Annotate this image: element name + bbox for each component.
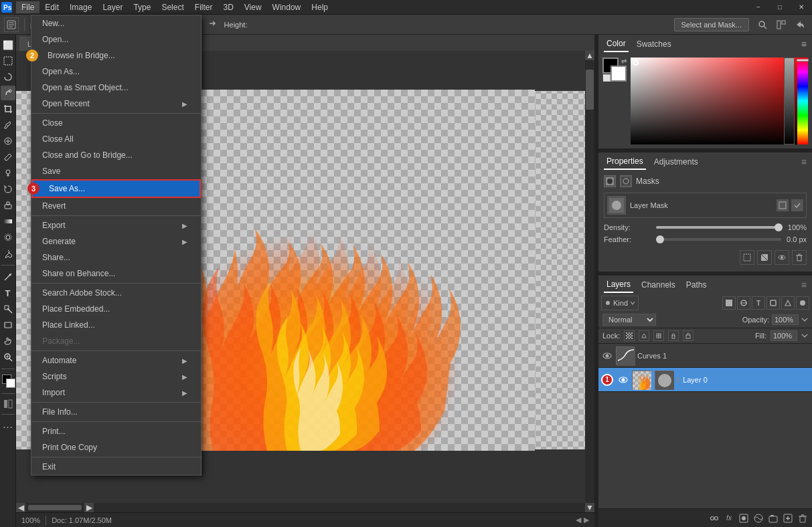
pen-tool[interactable] [1, 270, 15, 284]
quick-mask-mode[interactable] [1, 397, 15, 411]
menu-item-save[interactable]: Save [31, 163, 201, 179]
menu-item-file-info[interactable]: File Info... [31, 404, 201, 420]
nav-prev[interactable]: ◀ [576, 516, 581, 524]
layer-kind-type[interactable]: T [752, 296, 765, 310]
scrollbar-right-btn[interactable]: ▶ [84, 503, 94, 512]
blend-mode-select[interactable]: Normal [602, 314, 656, 326]
menu-item-close[interactable]: Close [31, 115, 201, 131]
add-mask-btn[interactable] [737, 512, 750, 525]
gradient-tool[interactable] [1, 214, 15, 229]
opacity-slider-area[interactable] [784, 58, 795, 144]
minimize-button[interactable]: − [748, 0, 769, 15]
menu-item-import[interactable]: Import ▶ [31, 385, 201, 401]
scrollbar-thumb-h[interactable] [28, 505, 82, 510]
menu-item-search-stock[interactable]: Search Adobe Stock... [31, 285, 201, 301]
zoom-tool[interactable] [1, 350, 15, 364]
paths-tab[interactable]: Paths [683, 278, 710, 292]
menu-item-open-recent[interactable]: Open Recent ▶ [31, 96, 201, 112]
history-brush-tool[interactable] [1, 182, 15, 197]
rectangle-marquee-tool[interactable] [1, 54, 15, 68]
mask-delete-btn[interactable] [792, 250, 807, 265]
menu-item-exit[interactable]: Exit [31, 459, 201, 475]
path-selection-tool[interactable] [1, 302, 15, 316]
menu-edit[interactable]: Edit [39, 1, 64, 13]
scrollbar-thumb-v[interactable] [586, 70, 594, 110]
mask-refine-btn[interactable] [791, 199, 803, 211]
menu-item-close-all[interactable]: Close All [31, 131, 201, 147]
menu-window[interactable]: Window [267, 1, 307, 13]
lock-checkerboard[interactable] [624, 330, 635, 341]
adjustments-tab[interactable]: Adjustments [651, 154, 701, 169]
mask-options-btn[interactable] [777, 199, 789, 211]
adjustment-layer-btn[interactable] [752, 512, 765, 525]
menu-layer[interactable]: Layer [97, 1, 128, 13]
menu-item-share-behance[interactable]: Share on Behance... [31, 266, 201, 282]
scrollbar-up-btn[interactable]: ▲ [585, 51, 594, 60]
menu-view[interactable]: View [239, 1, 267, 13]
maximize-button[interactable]: □ [769, 0, 791, 15]
dodge-tool[interactable] [1, 246, 15, 261]
menu-file[interactable]: File [16, 1, 39, 13]
share-icon[interactable] [792, 17, 808, 33]
brush-tool[interactable] [1, 150, 15, 165]
swap-icon[interactable]: ⇄ [621, 58, 627, 65]
menu-item-print-one-copy[interactable]: Print One Copy [31, 439, 201, 455]
layer-link-btn[interactable] [708, 512, 721, 525]
group-layers-btn[interactable] [766, 512, 780, 525]
search-icon[interactable] [754, 17, 770, 33]
layer-kind-pixel[interactable] [722, 296, 736, 310]
horizontal-scrollbar[interactable]: ◀ ▶ [16, 503, 585, 512]
channels-tab[interactable]: Channels [639, 278, 678, 292]
default-colors-icon[interactable]: ⬜ [602, 74, 611, 82]
hand-tool[interactable] [1, 334, 15, 348]
menu-help[interactable]: Help [306, 1, 333, 13]
layer-kind-shape[interactable] [766, 296, 780, 310]
nav-next[interactable]: ▶ [584, 516, 589, 524]
color-saturation-value[interactable] [631, 58, 808, 144]
properties-tab[interactable]: Properties [604, 154, 646, 170]
menu-item-automate[interactable]: Automate ▶ [31, 352, 201, 368]
menu-item-browse-bridge[interactable]: 2 Browse in Bridge... [31, 47, 201, 64]
layer-kind-adjustment[interactable] [737, 296, 750, 310]
menu-select[interactable]: Select [156, 1, 189, 13]
layer-fx-btn[interactable]: fx [722, 512, 736, 525]
menu-item-close-bridge[interactable]: Close and Go to Bridge... [31, 147, 201, 163]
menu-item-new[interactable]: New... [31, 15, 201, 31]
close-button[interactable]: ✕ [791, 0, 812, 15]
layer-kind-smart[interactable] [781, 296, 795, 310]
mask-invert-btn[interactable] [757, 250, 772, 265]
color-picker[interactable] [1, 373, 15, 388]
fill-arrow[interactable] [801, 332, 808, 339]
lock-paint[interactable] [639, 330, 649, 341]
eyedropper-tool[interactable] [1, 118, 15, 132]
mask-select-btn[interactable] [740, 250, 754, 265]
menu-item-export[interactable]: Export ▶ [31, 217, 201, 233]
menu-filter[interactable]: Filter [189, 1, 218, 13]
lasso-tool[interactable] [1, 70, 15, 84]
opacity-arrow[interactable] [801, 316, 808, 323]
clone-stamp-tool[interactable] [1, 166, 15, 181]
menu-3d[interactable]: 3D [218, 1, 238, 13]
menu-item-place-linked[interactable]: Place Linked... [31, 317, 201, 333]
lock-artboard[interactable] [653, 330, 664, 341]
swatches-tab[interactable]: Swatches [634, 37, 674, 51]
layers-tab[interactable]: Layers [604, 277, 633, 293]
hue-slider[interactable] [797, 58, 808, 144]
layer-kind-selected[interactable] [796, 296, 809, 310]
menu-item-save-as[interactable]: 3 Save As... [31, 179, 201, 198]
properties-options-icon[interactable]: ≡ [801, 156, 807, 167]
opacity-input[interactable] [772, 314, 799, 325]
layer-item[interactable]: 1 8 [598, 368, 812, 392]
cc-icon[interactable]: ≡ [801, 39, 807, 49]
menu-type[interactable]: Type [128, 1, 156, 13]
menu-item-scripts[interactable]: Scripts ▶ [31, 368, 201, 385]
layer-item[interactable]: Curves 1 [598, 344, 812, 368]
menu-item-print[interactable]: Print... [31, 423, 201, 439]
feather-slider-handle[interactable] [656, 235, 664, 243]
quick-selection-tool[interactable] [1, 86, 15, 100]
menu-item-generate[interactable]: Generate ▶ [31, 233, 201, 249]
panel-icon[interactable] [773, 17, 789, 33]
color-gradient-area[interactable] [631, 58, 808, 144]
color-tab[interactable]: Color [604, 36, 629, 52]
layer-visibility-btn[interactable] [617, 374, 629, 386]
